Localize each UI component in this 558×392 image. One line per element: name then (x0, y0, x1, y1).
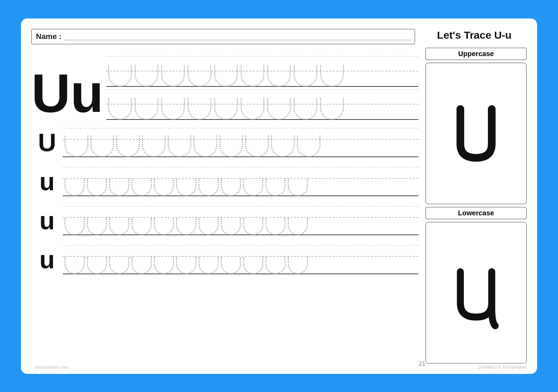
watermark-text: dreamstime.com (35, 364, 68, 370)
trace-u-shape-lower (154, 179, 174, 196)
row-letter-u-lower: u (31, 169, 63, 194)
trace-content (63, 125, 418, 160)
lowercase-u-svg (441, 254, 511, 331)
trace-u-shape (65, 136, 88, 157)
main-content: Uu (31, 48, 527, 363)
trace-u-shape (194, 136, 217, 157)
trace-u-shape-lower (154, 218, 174, 235)
worksheet-title: Let's Trace U-u (422, 29, 527, 41)
trace-u-shape-lower (198, 218, 219, 235)
trace-u-shape-lower (288, 257, 308, 274)
trace-u-shape-lower (176, 218, 196, 235)
trace-u-shape-lower (65, 257, 85, 274)
big-letters-display: Uu (31, 48, 106, 121)
lowercase-diagram (425, 222, 527, 363)
trace-row-u-lower-3[interactable]: u (31, 242, 418, 277)
uppercase-label: Uppercase (458, 50, 494, 57)
trace-u-shape-lower (109, 218, 129, 235)
trace-u-shape-lower (87, 218, 107, 235)
trace-u-shape-lower (221, 257, 241, 274)
trace-u-shape-lower (176, 179, 196, 196)
trace-row-u-lower-2[interactable]: u (31, 203, 418, 238)
trace-u-shape-lower (198, 257, 219, 274)
trace-u-shape-lower (65, 218, 85, 235)
trace-content-lower-2 (63, 203, 418, 238)
trace-row-uppercase-1[interactable] (106, 56, 418, 87)
trace-u-shape-lower (243, 218, 263, 235)
trace-row-uppercase-2[interactable] (106, 89, 418, 120)
trace-u-shape-lower (131, 179, 152, 196)
trace-u-shape-lower (221, 218, 241, 235)
watermark-area: dreamstime.com (35, 364, 68, 370)
title-area: Let's Trace U-u (422, 29, 527, 41)
trace-u-shape-lower (131, 218, 152, 235)
uppercase-u-svg (441, 99, 511, 168)
dotted-u-shapes-lower-2 (65, 218, 418, 235)
trace-u-shape (135, 65, 158, 87)
header-row: Name : Let's Trace U-u (31, 29, 527, 44)
guide-line (63, 167, 418, 168)
trace-u-shape (135, 98, 158, 120)
guide-line (63, 206, 418, 207)
trace-content-lower (63, 164, 418, 199)
trace-u-shape-lower (109, 179, 129, 196)
trace-u-shape (241, 98, 264, 120)
trace-u-shape (108, 98, 132, 120)
row-letter-u: U (31, 130, 63, 155)
name-dotted-line (64, 33, 410, 40)
trace-row-u-full-1[interactable]: U (31, 125, 418, 160)
trace-row-u-lower-1[interactable]: u (31, 164, 418, 199)
trace-u-shape (161, 98, 185, 120)
trace-u-shape-lower (87, 257, 107, 274)
trace-u-shape (297, 136, 321, 157)
trace-u-shape (241, 65, 264, 87)
trace-u-shape (294, 98, 317, 120)
trace-u-shape-lower (198, 179, 219, 196)
trace-u-shape-lower (109, 257, 129, 274)
sidebar: Uppercase Lowercase (425, 48, 527, 363)
trace-u-shape-lower (176, 257, 196, 274)
trace-u-shape-lower (288, 179, 308, 196)
row-letter-u-lower-3: u (31, 247, 63, 272)
trace-u-shape (294, 65, 317, 87)
trace-u-shape (320, 65, 344, 87)
worksheet-area: Uu (31, 48, 418, 363)
trace-u-shape (161, 65, 185, 87)
stock-id: 204888274 (478, 364, 501, 370)
trace-u-shape (90, 136, 114, 157)
trace-u-shape (188, 65, 211, 87)
uppercase-diagram (425, 63, 527, 204)
trace-u-shape-lower (131, 257, 152, 274)
contributor-name: ZtoAlphabet (502, 364, 527, 370)
worksheet-page: Name : Let's Trace U-u Uu (21, 18, 537, 374)
trace-u-shape (116, 136, 140, 157)
trace-u-shape-lower (243, 179, 263, 196)
guide-line (63, 245, 418, 246)
dotted-u-shapes (65, 136, 418, 157)
trace-u-shape-lower (154, 257, 174, 274)
trace-u-shapes (108, 65, 417, 87)
uppercase-trace-block (106, 48, 418, 121)
trace-content-lower-3 (63, 242, 418, 277)
trace-u-shape (271, 136, 295, 157)
name-label: Name : (36, 32, 61, 41)
dotted-u-shapes-lower-3 (65, 257, 418, 274)
page-number: 21 (418, 360, 425, 368)
trace-u-shapes (108, 98, 417, 120)
trace-u-shape (267, 98, 291, 120)
lowercase-label: Lowercase (458, 209, 494, 217)
trace-u-shape (245, 136, 269, 157)
trace-u-shape-lower (265, 218, 286, 235)
trace-u-shape-lower (265, 179, 286, 196)
trace-u-shape (219, 136, 243, 157)
trace-u-shape-lower (221, 179, 241, 196)
trace-u-shape (108, 65, 132, 87)
uppercase-label-box: Uppercase (425, 48, 527, 60)
guide-line (63, 128, 418, 129)
trace-u-shape (142, 136, 166, 157)
trace-u-shape-lower (265, 257, 286, 274)
name-field[interactable]: Name : (31, 29, 415, 44)
trace-u-shape (214, 98, 238, 120)
top-guide-line (106, 89, 418, 90)
trace-u-shape (320, 98, 344, 120)
